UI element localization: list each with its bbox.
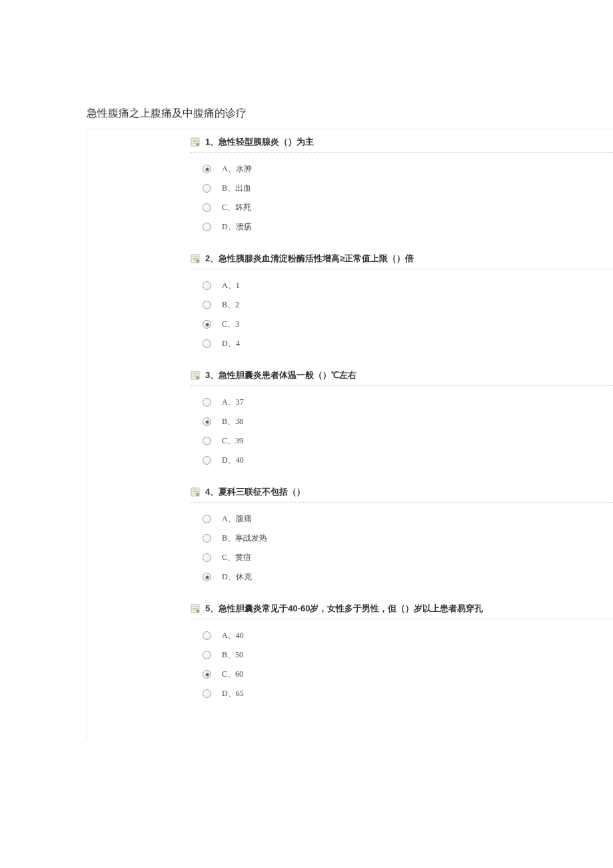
option-text: B、38 — [222, 416, 243, 427]
question-header: 4、夏科三联征不包括（） — [191, 486, 613, 503]
option-text: C、39 — [222, 435, 243, 447]
option-text: D、休克 — [222, 571, 252, 583]
question-title: 2、急性胰腺炎血清淀粉酶活性增高≥正常值上限（）倍 — [205, 253, 414, 265]
option-text: A、水肿 — [222, 163, 252, 175]
svg-point-9 — [196, 259, 199, 262]
radio-icon[interactable] — [203, 165, 211, 173]
option-row[interactable]: C、39 — [203, 431, 613, 451]
option-row[interactable]: B、50 — [203, 645, 613, 665]
question-block: 4、夏科三联征不包括（）A、腹痛B、寒战发热C、黄疸D、休克 — [87, 486, 613, 587]
radio-icon[interactable] — [203, 670, 211, 679]
option-text: C、3 — [222, 319, 239, 330]
radio-icon[interactable] — [203, 534, 211, 543]
radio-icon[interactable] — [203, 398, 211, 407]
radio-icon[interactable] — [203, 301, 211, 309]
options-list: A、水肿B、出血C、坏死D、溃疡 — [191, 159, 613, 237]
question-title: 1、急性轻型胰腺炎（）为主 — [205, 136, 314, 148]
quiz-container: 1、急性轻型胰腺炎（）为主A、水肿B、出血C、坏死D、溃疡2、急性胰腺炎血清淀粉… — [87, 129, 613, 739]
question-block: 2、急性胰腺炎血清淀粉酶活性增高≥正常值上限（）倍A、1B、2C、3D、4 — [87, 253, 613, 353]
question-header: 1、急性轻型胰腺炎（）为主 — [191, 136, 613, 153]
radio-icon[interactable] — [203, 515, 211, 523]
question-title: 5、急性胆囊炎常见于40-60岁，女性多于男性，但（）岁以上患者易穿孔 — [205, 603, 483, 615]
option-text: A、1 — [222, 280, 240, 291]
radio-icon[interactable] — [203, 651, 211, 659]
question-title: 4、夏科三联征不包括（） — [205, 486, 305, 498]
option-row[interactable]: A、腹痛 — [203, 509, 613, 529]
option-text: B、寒战发热 — [222, 533, 267, 544]
option-text: B、出血 — [222, 183, 251, 194]
radio-icon[interactable] — [203, 573, 211, 581]
question-header: 3、急性胆囊炎患者体温一般（）℃左右 — [191, 369, 613, 386]
radio-icon[interactable] — [203, 203, 211, 212]
option-row[interactable]: D、4 — [203, 334, 613, 353]
radio-icon[interactable] — [203, 631, 211, 640]
question-block: 1、急性轻型胰腺炎（）为主A、水肿B、出血C、坏死D、溃疡 — [87, 136, 613, 237]
option-text: A、腹痛 — [222, 513, 252, 525]
list-icon — [191, 137, 200, 147]
option-text: C、坏死 — [222, 202, 251, 213]
question-title: 3、急性胆囊炎患者体温一般（）℃左右 — [205, 369, 356, 381]
radio-icon[interactable] — [203, 339, 211, 348]
option-row[interactable]: A、1 — [203, 276, 613, 295]
option-text: C、60 — [222, 669, 243, 680]
radio-icon[interactable] — [203, 437, 211, 445]
question-header: 2、急性胰腺炎血清淀粉酶活性增高≥正常值上限（）倍 — [191, 253, 613, 269]
option-row[interactable]: D、溃疡 — [203, 217, 613, 237]
options-list: A、40B、50C、60D、65 — [191, 626, 613, 703]
question-header: 5、急性胆囊炎常见于40-60岁，女性多于男性，但（）岁以上患者易穿孔 — [191, 603, 613, 619]
radio-icon[interactable] — [203, 417, 211, 426]
question-block: 5、急性胆囊炎常见于40-60岁，女性多于男性，但（）岁以上患者易穿孔A、40B… — [87, 603, 613, 703]
option-row[interactable]: A、水肿 — [203, 159, 613, 179]
svg-point-4 — [196, 143, 199, 145]
svg-point-19 — [196, 493, 199, 495]
option-row[interactable]: B、出血 — [203, 179, 613, 198]
radio-icon[interactable] — [203, 281, 211, 290]
radio-icon[interactable] — [203, 689, 211, 698]
option-row[interactable]: D、65 — [203, 684, 613, 703]
option-row[interactable]: B、寒战发热 — [203, 529, 613, 548]
option-row[interactable]: C、坏死 — [203, 198, 613, 217]
radio-icon[interactable] — [203, 320, 211, 329]
option-row[interactable]: B、2 — [203, 295, 613, 315]
radio-icon[interactable] — [203, 184, 211, 193]
radio-icon[interactable] — [203, 223, 211, 231]
option-row[interactable]: C、3 — [203, 315, 613, 334]
radio-icon[interactable] — [203, 456, 211, 465]
option-text: B、2 — [222, 299, 239, 311]
option-text: D、40 — [222, 455, 244, 466]
svg-point-24 — [196, 609, 199, 612]
option-row[interactable]: D、40 — [203, 451, 613, 470]
option-text: D、4 — [222, 338, 240, 349]
options-list: A、1B、2C、3D、4 — [191, 276, 613, 353]
page-title: 急性腹痛之上腹痛及中腹痛的诊疗 — [0, 107, 613, 129]
option-row[interactable]: C、60 — [203, 665, 613, 684]
option-text: C、黄疸 — [222, 552, 251, 563]
list-icon — [191, 371, 200, 380]
svg-point-14 — [196, 376, 199, 379]
option-text: B、50 — [222, 649, 243, 661]
option-row[interactable]: C、黄疸 — [203, 548, 613, 567]
option-row[interactable]: A、40 — [203, 626, 613, 645]
option-text: D、65 — [222, 688, 244, 699]
option-text: D、溃疡 — [222, 221, 252, 233]
option-row[interactable]: D、休克 — [203, 567, 613, 587]
option-text: A、40 — [222, 630, 244, 641]
list-icon — [191, 487, 200, 497]
options-list: A、腹痛B、寒战发热C、黄疸D、休克 — [191, 509, 613, 587]
option-row[interactable]: B、38 — [203, 412, 613, 431]
radio-icon[interactable] — [203, 553, 211, 562]
option-row[interactable]: A、37 — [203, 393, 613, 412]
question-block: 3、急性胆囊炎患者体温一般（）℃左右A、37B、38C、39D、40 — [87, 369, 613, 470]
options-list: A、37B、38C、39D、40 — [191, 393, 613, 470]
list-icon — [191, 604, 200, 613]
list-icon — [191, 254, 200, 263]
option-text: A、37 — [222, 397, 244, 408]
